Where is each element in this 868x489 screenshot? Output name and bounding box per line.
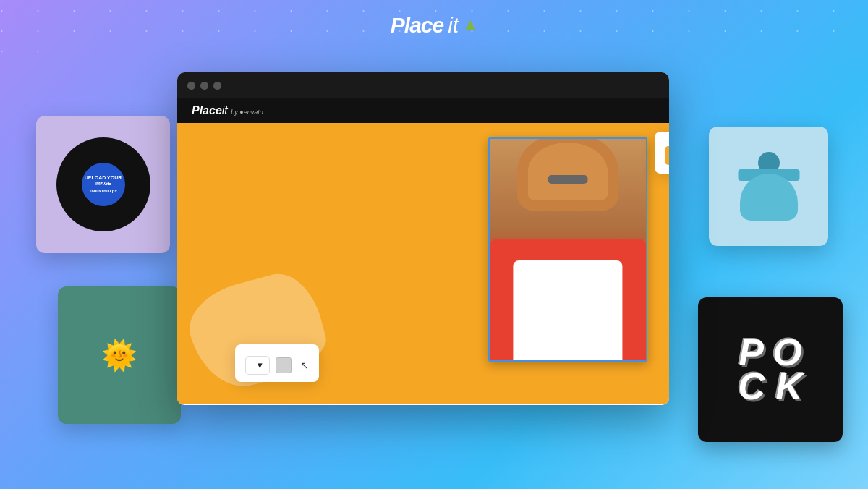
- vinyl-label: UPLOAD YOUR IMAGE 1600x1600 px: [82, 163, 125, 206]
- font-select[interactable]: ▾: [245, 356, 270, 375]
- card-vinyl: UPLOAD YOUR IMAGE 1600x1600 px: [36, 116, 170, 253]
- card-beanie: [709, 127, 828, 246]
- browser-content: ▾ ⤢ UploadImage ▾ ↖: [177, 123, 669, 404]
- vinyl-disc: UPLOAD YOUR IMAGE 1600x1600 px: [56, 137, 150, 231]
- window-dot-green: [213, 82, 221, 90]
- card-morning: 🌞: [58, 286, 181, 424]
- browser-logo: Placeit by ●envato: [192, 104, 263, 117]
- logo-by-envato: [463, 20, 477, 30]
- top-logo: Placeit: [391, 13, 477, 38]
- vinyl-label-text: UPLOAD YOUR IMAGE 1600x1600 px: [82, 175, 125, 195]
- rock-letter-p: P O: [738, 336, 803, 370]
- model-photo[interactable]: [488, 137, 647, 362]
- browser-navbar: Placeit by ●envato: [177, 98, 669, 123]
- logo-it-text: it: [448, 13, 459, 38]
- logo-place-text: Place: [391, 13, 443, 38]
- browser-logo-it: it: [222, 104, 228, 116]
- model-sunglasses: [548, 175, 588, 184]
- envato-leaf-icon: [465, 20, 475, 30]
- rock-letter-ck: C K: [738, 370, 803, 404]
- background-panel: ▾: [655, 132, 669, 174]
- window-dot-yellow: [200, 82, 208, 90]
- sun-icon: 🌞: [101, 339, 137, 373]
- browser-logo-by-envato: by ●envato: [229, 109, 263, 116]
- model-hair: [528, 143, 608, 200]
- window-dot-red: [187, 82, 195, 90]
- text-panel: ▾ ↖: [235, 344, 319, 382]
- beanie-visual: [733, 152, 805, 221]
- browser-logo-place: Place: [192, 104, 222, 116]
- font-dropdown-chevron-icon: ▾: [258, 360, 262, 370]
- font-color-swatch[interactable]: [276, 357, 292, 373]
- cursor-icon: ↖: [300, 360, 309, 371]
- model-shirt: [513, 260, 622, 360]
- browser-window: Placeit by ●envato: [177, 72, 669, 405]
- card-rock: P O C K: [698, 297, 843, 442]
- rock-text-container: P O C K: [738, 336, 803, 404]
- text-font-row: ▾ ↖: [245, 356, 309, 375]
- browser-titlebar: [177, 72, 669, 98]
- bg-color-row: ▾: [665, 146, 669, 165]
- bg-color-swatch[interactable]: [665, 146, 669, 165]
